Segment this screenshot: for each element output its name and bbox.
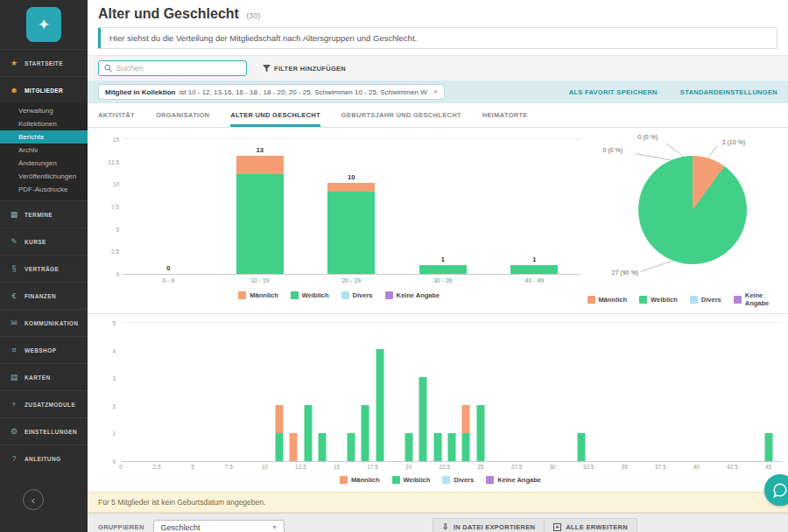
pie	[638, 156, 747, 264]
sidebar-item-finanzen[interactable]: €FINANZEN	[0, 282, 88, 309]
member-count: (30)	[246, 11, 260, 20]
add-filter-label: FILTER HINZUFÜGEN	[274, 65, 346, 73]
save-favorite-link[interactable]: ALS FAVORIT SPEICHERN	[569, 88, 658, 96]
sidebar-subitem-veröffentlichungen[interactable]: Veröffentlichungen	[0, 170, 88, 183]
legend-item-männlich: Männlich	[238, 291, 278, 299]
legend-item-weiblich: Weiblich	[639, 291, 678, 307]
sidebar-subitem-berichte[interactable]: Berichte	[0, 130, 88, 144]
legend-swatch	[442, 476, 450, 484]
top-charts-row: 02.557.51012.5150131011 0 - 910 - 1920 -…	[88, 131, 788, 310]
add-filter-button[interactable]: FILTER HINZUFÜGEN	[263, 65, 346, 73]
expand-icon: +	[553, 523, 561, 531]
filter-chip[interactable]: Mitglied in Kollektion ist 10 - 12, 13-1…	[98, 84, 445, 100]
bar-stack	[236, 156, 284, 274]
tab-heimatorte[interactable]: HEIMATORTE	[482, 103, 528, 127]
histogram-bar	[448, 433, 456, 461]
sidebar-item-label: KARTEN	[25, 374, 50, 381]
pie-slice-label-männlich: 3 (10 %)	[722, 139, 745, 145]
sidebar-item-label: VERTRÄGE	[25, 266, 59, 272]
histogram-bar	[304, 405, 312, 461]
histogram-segment-female	[448, 433, 456, 461]
tab-organisation[interactable]: ORGANISATION	[156, 103, 209, 127]
sidebar-item-zusatzmodule[interactable]: +ZUSATZMODULE	[0, 390, 88, 417]
histogram-segment-female	[433, 433, 441, 461]
legend-label: Divers	[454, 476, 474, 484]
tab-aktivität[interactable]: AKTIVITÄT	[98, 103, 135, 127]
legend-swatch	[587, 296, 595, 304]
x-axis-tick: 37.5	[655, 461, 666, 470]
search-input[interactable]	[116, 64, 241, 73]
filter-links: ALS FAVORIT SPEICHERN STANDARDEINSTELLUN…	[569, 88, 777, 96]
legend-item-divers: Divers	[341, 291, 373, 299]
histogram-segment-female	[419, 377, 427, 461]
sidebar-item-verträge[interactable]: §VERTRÄGE	[0, 255, 88, 282]
section-divider	[88, 313, 788, 314]
histogram-segment-female	[577, 433, 585, 461]
sidebar-item-webshop[interactable]: ¤WEBSHOP	[0, 336, 88, 363]
histogram-segment-female	[405, 433, 412, 461]
sidebar-item-einstellungen[interactable]: ⚙EINSTELLUNGEN	[0, 417, 88, 444]
y-axis-tick: 10	[98, 181, 119, 187]
report-tabs: AKTIVITÄTORGANISATIONALTER UND GESCHLECH…	[88, 103, 788, 128]
sidebar-item-label: STARTSEITE	[25, 60, 63, 66]
export-button[interactable]: ⇩ IN DATEI EXPORTIEREN	[433, 519, 544, 532]
legend-label: Weiblich	[651, 296, 678, 304]
default-settings-link[interactable]: STANDARDEINSTELLUNGEN	[680, 88, 777, 96]
legend-item-keine-angabe: Keine Angabe	[486, 476, 541, 484]
sidebar-subitem-kollektionen[interactable]: Kollektionen	[0, 117, 88, 130]
x-axis-tick: 0	[119, 461, 123, 470]
filter-chip-close-icon[interactable]: ×	[433, 88, 438, 96]
bar-value-label: 13	[257, 146, 264, 154]
sidebar-subitem-archiv[interactable]: Archiv	[0, 144, 88, 157]
x-axis-tick: 40	[693, 461, 700, 470]
legend-swatch	[291, 291, 299, 299]
tab-alter-und-geschlecht[interactable]: ALTER UND GESCHLECHT	[230, 103, 320, 127]
webshop-icon: ¤	[9, 346, 19, 354]
footer-buttons: ⇩ IN DATEI EXPORTIEREN + ALLE ERWEITERN	[433, 518, 637, 532]
sidebar-subitem-pdf-ausdrucke[interactable]: PDF-Ausdrucke	[0, 183, 88, 196]
bar-stack	[327, 183, 375, 274]
sidebar-item-startseite[interactable]: ★STARTSEITE	[0, 49, 88, 76]
sidebar-item-anleitung[interactable]: ?ANLEITUNG	[0, 444, 88, 472]
x-axis-tick: 12.5	[295, 461, 306, 470]
sidebar-item-kurse[interactable]: ✎KURSE	[0, 228, 88, 255]
legend-item-männlich: Männlich	[587, 291, 628, 307]
y-axis-tick: 0	[98, 458, 116, 465]
sidebar-subitem-verwaltung[interactable]: Verwaltung	[0, 104, 88, 117]
footer-toolbar: GRUPPIEREN Geschlecht ▾ ⇩ IN DATEI EXPOR…	[88, 513, 788, 532]
chevron-down-icon: ▾	[273, 523, 277, 531]
legend-label: Weiblich	[404, 476, 431, 484]
x-axis-tick: 25	[477, 461, 483, 470]
x-axis-tick: 5	[191, 461, 194, 470]
x-axis-tick: 2.5	[153, 461, 161, 470]
histogram-bar	[433, 433, 441, 461]
legend-swatch	[385, 291, 393, 299]
sidebar-item-kommunikation[interactable]: ✉KOMMUNIKATION	[0, 309, 88, 336]
bar-value-label: 10	[348, 173, 355, 181]
legend-label: Keine Angabe	[745, 291, 788, 307]
x-axis-tick: 10	[262, 461, 268, 470]
tab-geburtsjahr-und-geschlecht[interactable]: GEBURTSJAHR UND GESCHLECHT	[341, 103, 461, 127]
expand-all-button[interactable]: + ALLE ERWEITERN	[544, 519, 637, 532]
sidebar-item-label: EINSTELLUNGEN	[25, 429, 77, 435]
sidebar-item-label: MITGLIEDER	[25, 88, 63, 94]
histogram-bar	[376, 349, 383, 461]
legend-label: Keine Angabe	[397, 291, 440, 299]
export-label: IN DATEI EXPORTIEREN	[454, 523, 535, 531]
pie-slice-label-weiblich: 27 (90 %)	[612, 270, 638, 276]
app-logo[interactable]: ✦	[26, 7, 61, 42]
sidebar-subitem-änderungen[interactable]: Änderungen	[0, 157, 88, 170]
sidebar-collapse-button[interactable]: ‹	[23, 489, 44, 510]
sidebar-item-mitglieder[interactable]: ☻MITGLIEDER	[0, 76, 88, 103]
y-axis-tick: 2	[98, 402, 116, 409]
calendar-icon: ▦	[9, 210, 19, 219]
sidebar-nav: ★STARTSEITE☻MITGLIEDERVerwaltungKollekti…	[0, 49, 88, 472]
sidebar-item-termine[interactable]: ▦TERMINE	[0, 200, 88, 228]
sidebar-item-karten[interactable]: ▤KARTEN	[0, 363, 88, 390]
bar-value-label: 1	[441, 256, 445, 263]
group-by-select[interactable]: Geschlecht ▾	[153, 520, 285, 532]
bar-value-label: 0	[166, 264, 170, 272]
x-axis-label: 10 - 19	[215, 275, 306, 284]
app-window: ✦ ★STARTSEITE☻MITGLIEDERVerwaltungKollek…	[0, 0, 788, 532]
members-icon: ☻	[9, 86, 19, 94]
